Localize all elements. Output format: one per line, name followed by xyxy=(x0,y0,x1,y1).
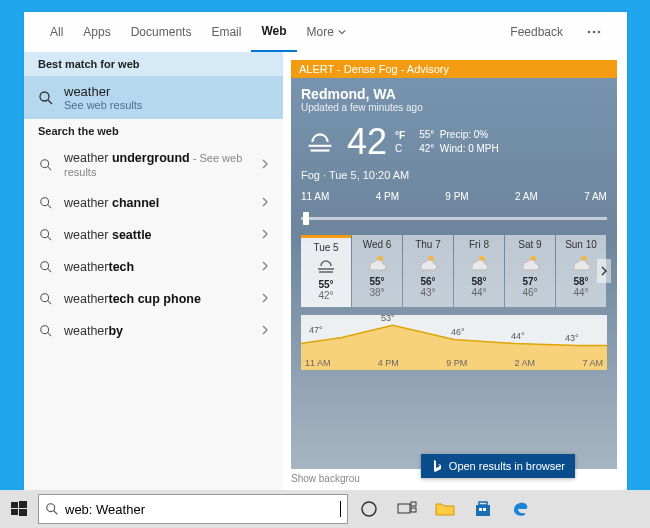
day-high: 57° xyxy=(505,276,555,287)
open-in-browser-button[interactable]: Open results in browser xyxy=(421,454,575,478)
hour-label: 11 AM xyxy=(305,358,331,368)
search-suggestion[interactable]: weather underground - See web results xyxy=(24,143,283,187)
search-suggestion[interactable]: weather channel xyxy=(24,187,283,219)
svg-point-13 xyxy=(41,294,49,302)
open-in-browser-label: Open results in browser xyxy=(449,460,565,472)
store-icon xyxy=(474,500,492,518)
tab-documents[interactable]: Documents xyxy=(121,12,202,52)
svg-rect-39 xyxy=(483,508,486,511)
edge-button[interactable] xyxy=(504,494,538,524)
forecast-day[interactable]: Thu 756°43° xyxy=(403,235,453,307)
chevron-right-icon xyxy=(261,260,269,274)
search-suggestion[interactable]: weather seattle xyxy=(24,219,283,251)
tab-more[interactable]: More xyxy=(297,12,356,52)
windows-icon xyxy=(11,501,27,517)
day-low: 43° xyxy=(403,287,453,298)
slider-thumb[interactable] xyxy=(303,212,309,225)
search-panel: All Apps Documents Email Web More Feedba… xyxy=(24,12,627,490)
search-icon xyxy=(38,195,54,211)
header-more-button[interactable] xyxy=(573,12,611,52)
svg-rect-28 xyxy=(11,509,18,515)
store-button[interactable] xyxy=(466,494,500,524)
condition-text: Fog · Tue 5, 10:20 AM xyxy=(301,169,607,181)
file-explorer-button[interactable] xyxy=(428,494,462,524)
day-low: 46° xyxy=(505,287,555,298)
forecast-next-button[interactable] xyxy=(597,259,611,283)
chevron-right-icon xyxy=(261,228,269,242)
unit-c[interactable]: C xyxy=(395,143,405,155)
svg-point-11 xyxy=(41,262,49,270)
day-low: 38° xyxy=(352,287,402,298)
forecast-day[interactable]: Wed 655°38° xyxy=(352,235,402,307)
svg-rect-37 xyxy=(479,502,487,505)
hour-label: 11 AM xyxy=(301,191,329,202)
svg-line-12 xyxy=(48,269,52,273)
start-button[interactable] xyxy=(4,494,34,524)
best-match-title: weather xyxy=(64,84,142,99)
chevron-right-icon xyxy=(261,158,269,172)
svg-point-15 xyxy=(41,326,49,334)
taskbar-search-input[interactable] xyxy=(65,502,333,517)
tab-web[interactable]: Web xyxy=(251,13,296,53)
svg-line-31 xyxy=(54,511,58,515)
search-icon xyxy=(38,157,54,173)
chevron-right-icon xyxy=(261,292,269,306)
results-list: Best match for web weather See web resul… xyxy=(24,52,283,490)
chevron-right-icon xyxy=(600,266,608,276)
hourly-chart: 47° 53° 46° 44° 43° 11 AM4 PM9 PM2 AM7 A… xyxy=(301,315,607,369)
svg-line-4 xyxy=(48,100,52,104)
search-icon xyxy=(38,323,54,339)
circle-icon xyxy=(360,500,378,518)
day-high: 56° xyxy=(403,276,453,287)
weather-alert-banner[interactable]: ALERT - Dense Fog - Advisory xyxy=(291,60,617,78)
chart-label: 43° xyxy=(565,333,579,343)
suggestion-text: weathertech xyxy=(64,260,251,274)
tab-apps[interactable]: Apps xyxy=(73,12,120,52)
svg-rect-27 xyxy=(19,501,27,508)
search-suggestion[interactable]: weatherby xyxy=(24,315,283,347)
hour-label: 9 PM xyxy=(445,191,468,202)
svg-point-1 xyxy=(593,31,596,34)
svg-rect-35 xyxy=(411,508,416,512)
day-high: 55° xyxy=(352,276,402,287)
svg-point-5 xyxy=(41,160,49,168)
day-high: 55° xyxy=(301,279,351,290)
svg-point-30 xyxy=(47,504,55,512)
suggestion-text: weather seattle xyxy=(64,228,251,242)
forecast-day[interactable]: Sat 957°46° xyxy=(505,235,555,307)
day-high: 55° xyxy=(419,129,434,140)
forecast-day[interactable]: Fri 858°44° xyxy=(454,235,504,307)
hour-label: 4 PM xyxy=(376,191,399,202)
search-suggestion[interactable]: weathertech xyxy=(24,251,283,283)
unit-f[interactable]: °F xyxy=(395,130,405,142)
forecast-day[interactable]: Tue 555°42° xyxy=(301,235,351,307)
svg-line-16 xyxy=(48,333,52,337)
chevron-right-icon xyxy=(261,196,269,210)
svg-point-2 xyxy=(598,31,601,34)
feedback-link[interactable]: Feedback xyxy=(500,12,573,52)
wind-text: Wind: 0 MPH xyxy=(440,143,499,154)
best-match-heading: Best match for web xyxy=(24,52,283,76)
taskbar-search-box[interactable] xyxy=(38,494,348,524)
search-suggestion[interactable]: weathertech cup phone xyxy=(24,283,283,315)
suggestion-text: weathertech cup phone xyxy=(64,292,251,306)
svg-line-8 xyxy=(48,205,52,209)
best-match-result[interactable]: weather See web results xyxy=(24,76,283,119)
tab-strip: All Apps Documents Email Web More Feedba… xyxy=(24,12,627,52)
weather-icon xyxy=(517,250,543,274)
tab-all[interactable]: All xyxy=(40,12,73,52)
chart-label: 44° xyxy=(511,331,525,341)
svg-point-3 xyxy=(40,92,49,101)
day-high: 58° xyxy=(454,276,504,287)
suggestion-text: weather channel xyxy=(64,196,251,210)
svg-rect-26 xyxy=(11,502,18,508)
tab-email[interactable]: Email xyxy=(201,12,251,52)
fog-icon xyxy=(301,123,339,161)
svg-rect-38 xyxy=(479,508,482,511)
task-view-button[interactable] xyxy=(390,494,424,524)
taskbar xyxy=(0,490,650,528)
cortana-button[interactable] xyxy=(352,494,386,524)
chart-label: 46° xyxy=(451,327,465,337)
hourly-slider[interactable]: 11 AM4 PM9 PM2 AM7 AM xyxy=(301,191,607,205)
day-low: 42° xyxy=(301,290,351,301)
